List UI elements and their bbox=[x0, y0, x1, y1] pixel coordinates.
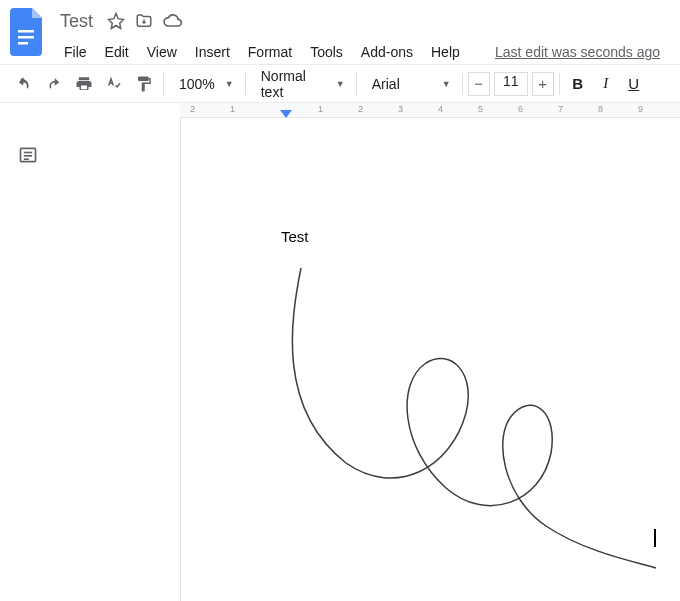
paint-format-button[interactable] bbox=[130, 70, 158, 98]
toolbar-separator bbox=[559, 73, 560, 95]
ruler-mark: 7 bbox=[558, 104, 563, 114]
text-cursor bbox=[654, 529, 656, 547]
ruler-mark: 9 bbox=[638, 104, 643, 114]
svg-rect-1 bbox=[18, 36, 34, 39]
chevron-down-icon: ▼ bbox=[225, 79, 234, 89]
ruler-mark: 4 bbox=[438, 104, 443, 114]
left-sidebar bbox=[0, 103, 180, 601]
ruler-mark: 2 bbox=[190, 104, 195, 114]
font-size-increase-button[interactable]: + bbox=[532, 72, 554, 96]
svg-marker-7 bbox=[280, 110, 292, 118]
app-header: Test File Edit View Insert Format Tools … bbox=[0, 0, 680, 64]
cloud-status-icon[interactable] bbox=[163, 11, 183, 31]
font-family-select[interactable]: Arial ▼ bbox=[362, 70, 457, 98]
svg-rect-0 bbox=[18, 30, 34, 33]
menu-file[interactable]: File bbox=[56, 40, 95, 64]
document-area: 2 1 1 2 3 4 5 6 7 8 9 Test bbox=[180, 103, 680, 601]
content-area: 2 1 1 2 3 4 5 6 7 8 9 Test bbox=[0, 103, 680, 601]
font-size-control: − 11 + bbox=[468, 72, 554, 96]
scribble-drawing bbox=[286, 268, 680, 588]
chevron-down-icon: ▼ bbox=[336, 79, 345, 89]
ruler-mark: 6 bbox=[518, 104, 523, 114]
menu-bar: File Edit View Insert Format Tools Add-o… bbox=[56, 38, 670, 66]
zoom-select[interactable]: 100% ▼ bbox=[169, 70, 240, 98]
bold-button[interactable]: B bbox=[565, 70, 591, 98]
ruler-mark: 5 bbox=[478, 104, 483, 114]
redo-button[interactable] bbox=[40, 70, 68, 98]
menu-help[interactable]: Help bbox=[423, 40, 468, 64]
font-value: Arial bbox=[372, 76, 400, 92]
undo-button[interactable] bbox=[10, 70, 38, 98]
outline-icon[interactable] bbox=[16, 143, 40, 167]
toolbar-separator bbox=[245, 73, 246, 95]
svg-rect-2 bbox=[18, 42, 28, 45]
chevron-down-icon: ▼ bbox=[442, 79, 451, 89]
move-folder-icon[interactable] bbox=[135, 12, 153, 30]
document-title[interactable]: Test bbox=[56, 11, 97, 32]
ruler-mark: 2 bbox=[358, 104, 363, 114]
font-size-decrease-button[interactable]: − bbox=[468, 72, 490, 96]
toolbar-separator bbox=[163, 73, 164, 95]
underline-button[interactable]: U bbox=[621, 70, 647, 98]
print-button[interactable] bbox=[70, 70, 98, 98]
menu-tools[interactable]: Tools bbox=[302, 40, 351, 64]
spellcheck-button[interactable] bbox=[100, 70, 128, 98]
toolbar-separator bbox=[462, 73, 463, 95]
star-icon[interactable] bbox=[107, 12, 125, 30]
ruler-mark: 1 bbox=[318, 104, 323, 114]
menu-view[interactable]: View bbox=[139, 40, 185, 64]
paragraph-style-select[interactable]: Normal text ▼ bbox=[251, 70, 351, 98]
style-value: Normal text bbox=[261, 68, 326, 100]
zoom-value: 100% bbox=[179, 76, 215, 92]
font-size-input[interactable]: 11 bbox=[494, 72, 528, 96]
ruler-mark: 3 bbox=[398, 104, 403, 114]
document-page[interactable]: Test bbox=[180, 118, 680, 601]
menu-addons[interactable]: Add-ons bbox=[353, 40, 421, 64]
last-edit-link[interactable]: Last edit was seconds ago bbox=[495, 44, 670, 60]
horizontal-ruler[interactable]: 2 1 1 2 3 4 5 6 7 8 9 bbox=[180, 103, 680, 118]
toolbar: 100% ▼ Normal text ▼ Arial ▼ − 11 + B I … bbox=[0, 64, 680, 103]
menu-edit[interactable]: Edit bbox=[97, 40, 137, 64]
toolbar-separator bbox=[356, 73, 357, 95]
menu-format[interactable]: Format bbox=[240, 40, 300, 64]
ruler-mark: 8 bbox=[598, 104, 603, 114]
document-body-text[interactable]: Test bbox=[281, 228, 680, 245]
ruler-mark: 1 bbox=[230, 104, 235, 114]
italic-button[interactable]: I bbox=[593, 70, 619, 98]
menu-insert[interactable]: Insert bbox=[187, 40, 238, 64]
docs-app-icon[interactable] bbox=[10, 8, 46, 56]
